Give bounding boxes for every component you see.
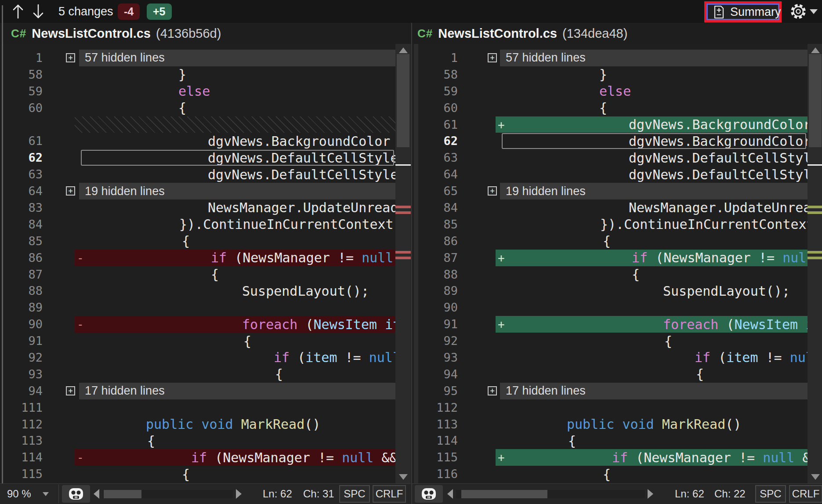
hscroll-track[interactable] <box>456 490 645 498</box>
hscroll-thumb[interactable] <box>461 490 547 498</box>
eol-indicator-button[interactable]: CRLF <box>789 485 822 503</box>
code-row: 91{ <box>0 333 411 349</box>
row-content: { <box>75 100 395 116</box>
gutter-icon-column: + <box>461 50 496 66</box>
hscroll-thumb[interactable] <box>104 490 141 498</box>
pane-splitter-sash[interactable] <box>414 44 418 483</box>
code-line: }).ContinueInCurrentContext( <box>496 216 808 233</box>
line-number: 59 <box>412 83 461 100</box>
code-line: dgvNews.BackgroundColor <box>496 133 808 149</box>
line-number: 1 <box>412 50 461 66</box>
code-row: 60{ <box>0 100 411 116</box>
code-line <box>75 399 395 416</box>
row-content: public void MarkRead() <box>75 416 395 433</box>
scrollbar-thumb[interactable] <box>809 54 822 147</box>
line-number: 91 <box>412 316 461 333</box>
line-number: 85 <box>0 233 46 250</box>
eol-indicator-button[interactable]: CRLF <box>373 485 406 503</box>
code-line <box>496 299 808 316</box>
whitespace-indicator-button[interactable]: SPC <box>339 485 370 503</box>
summary-button[interactable]: Summary <box>706 4 779 20</box>
hidden-lines-banner[interactable]: 19 hidden lines <box>500 183 808 199</box>
hidden-lines-banner[interactable]: 57 hidden lines <box>500 50 808 66</box>
hscroll-right-button[interactable] <box>236 489 242 499</box>
code-line: dgvNews.BackgroundColor <box>496 116 808 133</box>
settings-button[interactable] <box>789 0 807 23</box>
code-line: { <box>75 432 395 449</box>
line-number: 90 <box>412 299 461 316</box>
next-change-button[interactable] <box>32 0 45 23</box>
hscroll-right-button[interactable] <box>648 489 653 499</box>
expand-button[interactable]: + <box>66 186 75 196</box>
expand-button[interactable]: + <box>66 386 75 395</box>
scrollbar-thumb[interactable] <box>397 54 409 147</box>
gutter-icon-column <box>46 233 75 250</box>
gutter-icon-column <box>461 133 496 149</box>
hidden-lines-banner[interactable]: 57 hidden lines <box>79 50 395 66</box>
prev-change-button[interactable] <box>11 0 25 23</box>
row-content: 17 hidden lines <box>496 383 808 399</box>
code-row: 88{ <box>412 266 822 283</box>
line-number: 93 <box>0 366 46 383</box>
scrollbar-up-button[interactable] <box>811 47 820 53</box>
hidden-lines-banner[interactable]: 17 hidden lines <box>79 383 395 399</box>
expand-button[interactable]: + <box>66 53 75 62</box>
zoom-level-value: 90 % <box>7 488 31 500</box>
scrollbar-down-button[interactable] <box>811 474 820 480</box>
hscroll-track[interactable] <box>103 490 233 498</box>
gutter-icon-column <box>46 432 75 449</box>
line-number: 88 <box>412 266 461 283</box>
code-row: 59else <box>0 83 411 100</box>
whitespace-indicator-button[interactable]: SPC <box>755 485 786 503</box>
left-diff-pane: C# NewsListControl.cs (4136b56d) 1+57 hi… <box>0 23 411 483</box>
code-row: 116{ <box>412 466 822 482</box>
line-number: 114 <box>0 449 46 466</box>
gutter-icon-column <box>46 199 75 216</box>
gutter-icon-column <box>461 399 496 416</box>
scrollbar-down-button[interactable] <box>399 474 408 480</box>
line-number: 95 <box>412 383 461 399</box>
settings-dropdown-caret[interactable] <box>810 0 818 23</box>
right-scrollbar[interactable] <box>808 44 822 483</box>
line-number: 58 <box>0 66 46 83</box>
gutter-icon-column <box>461 366 496 383</box>
row-content: else <box>75 83 395 100</box>
row-content: if (item != null <box>496 349 808 366</box>
hidden-lines-banner[interactable]: 19 hidden lines <box>79 183 395 199</box>
line-number: 65 <box>412 183 461 199</box>
line-number: 60 <box>412 100 461 116</box>
gutter-icon-column <box>46 299 75 316</box>
banner-row: 94+17 hidden lines <box>0 383 411 399</box>
robot-toggle-button[interactable] <box>415 485 443 503</box>
row-content <box>75 116 395 133</box>
hscroll-left-button[interactable] <box>94 489 99 499</box>
additions-badge: +5 <box>147 4 172 20</box>
row-content: 57 hidden lines <box>496 50 808 66</box>
scrollbar-up-button[interactable] <box>399 47 408 53</box>
code-line: }).ContinueInCurrentContext( <box>75 216 395 233</box>
hscroll-left-button[interactable] <box>447 489 453 499</box>
code-row: 62dgvNews.BackgroundColor <box>412 133 822 149</box>
code-row: 59else <box>412 83 822 100</box>
code-line: { <box>496 233 808 250</box>
row-content: public void MarkRead() <box>496 416 808 433</box>
robot-toggle-button[interactable] <box>62 485 90 503</box>
row-content: { <box>496 466 808 482</box>
window-left-sash[interactable] <box>2 5 3 504</box>
left-scrollbar[interactable] <box>395 44 411 483</box>
hidden-lines-banner[interactable]: 17 hidden lines <box>500 383 808 399</box>
code-row: 114{ <box>412 432 822 449</box>
code-line: NewsManager.UpdateUnreadCo <box>496 199 808 216</box>
code-row: 64dgvNews.DefaultCellStyle <box>412 166 822 183</box>
gutter-icon-column <box>46 399 75 416</box>
line-number: 86 <box>0 250 46 266</box>
line-number: 111 <box>0 399 46 416</box>
column-indicator: Ch: 22 <box>714 484 746 504</box>
banner-row: 65+19 hidden lines <box>412 183 822 199</box>
diff-filler-hatch <box>75 116 395 133</box>
code-line: { <box>496 100 808 116</box>
left-file-header: C# NewsListControl.cs (4136b56d) <box>0 23 411 44</box>
code-line: { <box>496 366 808 383</box>
zoom-level-select[interactable]: 90 % <box>7 484 49 504</box>
code-line: { <box>496 466 808 482</box>
